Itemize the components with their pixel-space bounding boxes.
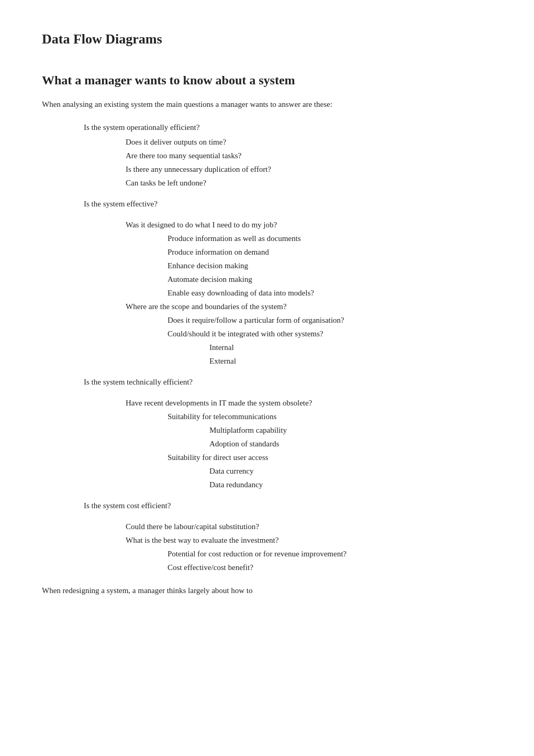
list-item: Internal bbox=[209, 341, 492, 354]
list-item: Is the system technically efficient? bbox=[84, 376, 492, 388]
list-item: Could/should it be integrated with other… bbox=[168, 327, 492, 340]
list-item: Multiplatform capability bbox=[209, 424, 492, 436]
page-title: Data Flow Diagrams bbox=[42, 31, 492, 47]
list-item: Is there any unnecessary duplication of … bbox=[126, 163, 492, 176]
list-item: Suitability for direct user access bbox=[168, 451, 492, 464]
list-item: Suitability for telecommunications bbox=[168, 410, 492, 423]
content-list: Is the system operationally efficient?Do… bbox=[42, 121, 492, 574]
list-item: Where are the scope and boundaries of th… bbox=[126, 300, 492, 313]
section-title: What a manager wants to know about a sys… bbox=[42, 73, 492, 87]
list-item: Enhance decision making bbox=[168, 259, 492, 272]
intro-text: When analysing an existing system the ma… bbox=[42, 98, 492, 111]
list-item: Is the system cost efficient? bbox=[84, 499, 492, 512]
list-item: Cost effective/cost benefit? bbox=[168, 561, 492, 574]
list-item: Is the system operationally efficient? bbox=[84, 121, 492, 134]
list-item: Potential for cost reduction or for reve… bbox=[168, 547, 492, 560]
list-item: Could there be labour/capital substituti… bbox=[126, 520, 492, 533]
list-item: Was it designed to do what I need to do … bbox=[126, 218, 492, 231]
list-item: Data redundancy bbox=[209, 478, 492, 491]
list-item: Produce information as well as documents bbox=[168, 232, 492, 245]
list-item: Are there too many sequential tasks? bbox=[126, 149, 492, 162]
list-item: Adoption of standards bbox=[209, 437, 492, 450]
list-item: Data currency bbox=[209, 465, 492, 477]
list-item: Have recent developments in IT made the … bbox=[126, 397, 492, 409]
list-item: Automate decision making bbox=[168, 273, 492, 286]
list-item: Can tasks be left undone? bbox=[126, 177, 492, 189]
list-item: External bbox=[209, 355, 492, 367]
list-item: What is the best way to evaluate the inv… bbox=[126, 534, 492, 546]
list-item: Does it require/follow a particular form… bbox=[168, 314, 492, 326]
closing-text: When redesigning a system, a manager thi… bbox=[42, 584, 492, 597]
list-item: Is the system effective? bbox=[84, 198, 492, 210]
list-item: Does it deliver outputs on time? bbox=[126, 136, 492, 148]
list-item: Enable easy downloading of data into mod… bbox=[168, 287, 492, 299]
list-item: Produce information on demand bbox=[168, 246, 492, 258]
